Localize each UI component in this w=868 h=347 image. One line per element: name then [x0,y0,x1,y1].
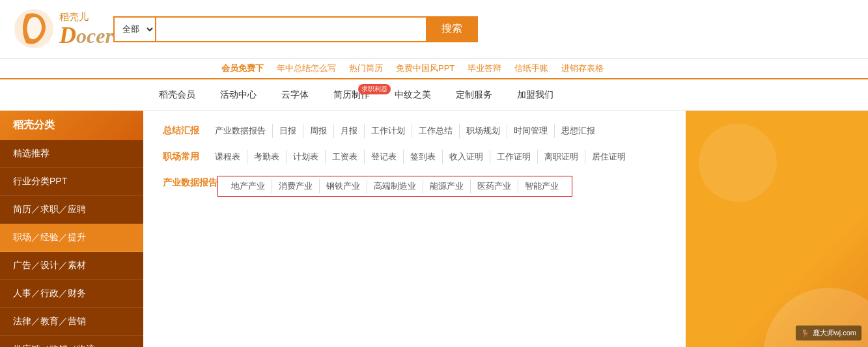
cat-item-time-management[interactable]: 时间管理 [507,124,555,138]
section-workplace-items: 课程表 考勤表 计划表 工资表 登记表 签到表 收入证明 工作证明 离职证明 居… [215,150,632,164]
nav-item-activity[interactable]: 活动中心 [217,89,259,101]
cat-item-daily[interactable]: 日报 [273,124,303,138]
logo-text-group: 稻壳儿 Docer [59,11,113,47]
cat-item-income-cert[interactable]: 收入证明 [443,150,490,164]
quick-link-1[interactable]: 年中总结怎么写 [277,62,336,74]
section-industry-data-label: 产业数据报告 [163,176,217,189]
section-workplace-label: 职场常用 [163,150,215,163]
quick-link-2[interactable]: 热门简历 [349,62,383,74]
cat-item-career-plan[interactable]: 职场规划 [460,124,507,138]
cat-item-energy[interactable]: 能源产业 [423,179,471,193]
cat-item-work-plan[interactable]: 工作计划 [365,124,412,138]
sidebar-item-hr[interactable]: 人事／行政／财务 [0,280,143,308]
quick-link-3[interactable]: 免费中国风PPT [396,62,455,74]
cat-item-thought-report[interactable]: 思想汇报 [555,124,602,138]
cat-item-consumer[interactable]: 消费产业 [272,179,320,193]
sidebar-item-featured[interactable]: 精选推荐 [0,140,143,168]
sidebar-item-design[interactable]: 广告／设计／素材 [0,252,143,280]
sidebar-title: 稻壳分类 [0,111,143,140]
section-workplace: 职场常用 课程表 考勤表 计划表 工资表 登记表 签到表 收入证明 工作证明 离… [163,150,666,164]
sidebar: 稻壳分类 精选推荐 行业分类PPT 简历／求职／应聘 职场／经验／提升 广告／设… [0,111,143,347]
cat-item-signin[interactable]: 签到表 [404,150,443,164]
nav-item-pattern[interactable]: 中纹之美 [392,89,434,101]
section-summary-label: 总结汇报 [163,124,215,137]
cat-item-schedule[interactable]: 课程表 [215,150,247,164]
sidebar-item-legal[interactable]: 法律／教育／营销 [0,308,143,336]
nav-item-resume[interactable]: 简历制作 求职利器 [331,89,372,101]
nav-item-membership[interactable]: 稻壳会员 [156,89,198,101]
watermark-text: 鹿大师wj.com [813,328,856,338]
nav-badge-resume: 求职利器 [358,84,391,94]
cat-item-monthly[interactable]: 月报 [334,124,365,138]
cat-item-residence-cert[interactable]: 居住证明 [585,150,632,164]
cat-item-steel[interactable]: 钢铁产业 [320,179,367,193]
cat-item-smart-industry[interactable]: 智能产业 [518,179,565,193]
watermark: 🦌 鹿大师wj.com [796,326,861,340]
search-input-wrap [156,16,426,42]
cat-item-register[interactable]: 登记表 [365,150,404,164]
header: 稻壳儿 Docer 全部 模板 PPT 搜索 [0,0,868,59]
cat-item-weekly[interactable]: 周报 [303,124,334,138]
cat-item-industry-report[interactable]: 产业数据报告 [215,124,273,138]
cat-item-work-summary[interactable]: 工作总结 [412,124,460,138]
nav-item-join[interactable]: 加盟我们 [514,89,556,101]
sidebar-item-resume[interactable]: 简历／求职／应聘 [0,196,143,224]
content-area: 总结汇报 产业数据报告 日报 周报 月报 工作计划 工作总结 职场规划 时间管理… [143,111,686,347]
cat-item-real-estate[interactable]: 地产产业 [225,179,272,193]
search-input[interactable] [156,18,426,41]
nav-item-custom[interactable]: 定制服务 [453,89,495,101]
search-category-select[interactable]: 全部 模板 PPT [115,18,155,41]
body-wrap: 稻壳分类 精选推荐 行业分类PPT 简历／求职／应聘 职场／经验／提升 广告／设… [0,111,868,347]
logo[interactable]: 稻壳儿 Docer [13,8,113,50]
section-summary: 总结汇报 产业数据报告 日报 周报 月报 工作计划 工作总结 职场规划 时间管理… [163,124,666,138]
search-area: 全部 模板 PPT 搜索 [113,16,478,42]
logo-english: Docer [59,23,113,47]
section-industry-data: 产业数据报告 地产产业 消费产业 钢铁产业 高端制造业 能源产业 医药产业 智能… [163,176,666,197]
cat-item-resign-cert[interactable]: 离职证明 [538,150,585,164]
watermark-icon: 🦌 [801,329,810,337]
quick-links-label[interactable]: 会员免费下 [221,62,264,74]
cat-item-salary[interactable]: 工资表 [326,150,365,164]
cat-item-plan-table[interactable]: 计划表 [287,150,326,164]
sidebar-item-career[interactable]: 职场／经验／提升 [0,224,143,252]
main-nav: 稻壳会员 活动中心 云字体 简历制作 求职利器 中纹之美 定制服务 加盟我们 [0,79,868,111]
quick-link-6[interactable]: 进销存表格 [561,62,604,74]
search-select-wrap: 全部 模板 PPT [113,16,156,42]
logo-icon [13,8,55,50]
quick-link-5[interactable]: 信纸手账 [514,62,548,74]
industry-data-box: 地产产业 消费产业 钢铁产业 高端制造业 能源产业 医药产业 智能产业 [217,176,572,197]
cat-item-pharma[interactable]: 医药产业 [471,179,518,193]
section-summary-items: 产业数据报告 日报 周报 月报 工作计划 工作总结 职场规划 时间管理 思想汇报 [215,124,602,138]
cat-item-attendance[interactable]: 考勤表 [247,150,287,164]
right-panel [686,111,868,347]
nav-item-font[interactable]: 云字体 [279,89,311,101]
cat-item-work-cert[interactable]: 工作证明 [490,150,538,164]
search-button[interactable]: 搜索 [426,16,478,42]
quick-links-bar: 会员免费下 年中总结怎么写 热门简历 免费中国风PPT 毕业答辩 信纸手账 进销… [0,59,868,79]
sidebar-item-industry-ppt[interactable]: 行业分类PPT [0,168,143,196]
quick-link-4[interactable]: 毕业答辩 [468,62,501,74]
sidebar-item-supply[interactable]: 供应链／购销／物流 [0,336,143,347]
cat-item-high-end-manufacturing[interactable]: 高端制造业 [367,179,423,193]
